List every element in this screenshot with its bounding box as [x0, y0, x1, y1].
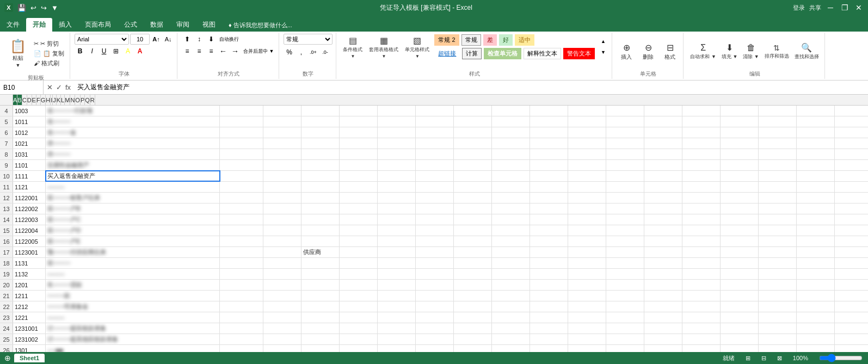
cell-f19[interactable] [340, 269, 378, 279]
cell-m13[interactable] [606, 203, 644, 214]
cell-k13[interactable] [530, 203, 568, 214]
cell-i8[interactable] [454, 149, 492, 159]
col-header-r[interactable]: R [90, 95, 95, 105]
cell-h11[interactable] [416, 182, 454, 192]
cell-f13[interactable] [340, 203, 378, 214]
cell-o14[interactable] [682, 214, 721, 225]
cell-m19[interactable] [606, 269, 644, 279]
cell-e18[interactable] [301, 258, 340, 268]
cell-b13[interactable]: 应────户B [46, 203, 220, 214]
cell-j11[interactable] [492, 182, 530, 192]
cell-c19[interactable] [220, 269, 263, 279]
redo-qat-btn[interactable]: ↪ [40, 3, 48, 13]
cell-j6[interactable] [492, 127, 530, 138]
cell-p6[interactable] [721, 127, 759, 138]
cell-j16[interactable] [492, 236, 530, 246]
cell-c8[interactable] [220, 149, 263, 159]
cell-n26[interactable] [644, 345, 682, 352]
cell-r22[interactable] [797, 301, 835, 312]
cell-b21[interactable]: ────款 [46, 291, 220, 301]
bold-btn[interactable]: B [75, 46, 85, 57]
cell-i26[interactable] [454, 345, 492, 352]
cell-b10[interactable]: 买入返售金融资产 [46, 171, 220, 181]
cell-l6[interactable] [568, 127, 606, 138]
cell-j13[interactable] [492, 203, 530, 214]
cell-r21[interactable] [797, 291, 835, 301]
cell-h12[interactable] [416, 193, 454, 203]
cell-e26[interactable] [301, 345, 340, 352]
cell-p22[interactable] [721, 301, 759, 312]
cell-l13[interactable] [568, 203, 606, 214]
cell-g20[interactable] [378, 280, 416, 290]
increase-indent-btn[interactable]: → [230, 46, 241, 57]
cell-j9[interactable] [492, 160, 530, 170]
cell-a9[interactable]: 1101 [13, 160, 46, 170]
cell-m8[interactable] [606, 149, 644, 159]
cell-b8[interactable]: 存──── [46, 149, 220, 159]
cell-g16[interactable] [378, 236, 416, 246]
cell-e7[interactable] [301, 138, 340, 149]
cell-k8[interactable] [530, 149, 568, 159]
col-header-b[interactable]: B [17, 95, 22, 105]
cell-l5[interactable] [568, 116, 606, 127]
cell-n12[interactable] [644, 193, 682, 203]
cell-e9[interactable] [301, 160, 340, 170]
cell-n25[interactable] [644, 334, 682, 344]
cell-e23[interactable] [301, 312, 340, 323]
cell-h10[interactable] [416, 171, 454, 181]
cell-m14[interactable] [606, 214, 644, 225]
cell-f20[interactable] [340, 280, 378, 290]
tab-view[interactable]: 视图 [196, 18, 222, 32]
col-header-l[interactable]: L [61, 95, 65, 105]
increase-decimal-btn[interactable]: .0+ [307, 47, 318, 58]
cell-g8[interactable] [378, 149, 416, 159]
cell-q12[interactable] [759, 193, 797, 203]
tab-home[interactable]: 开始 [26, 18, 52, 32]
cell-p11[interactable] [721, 182, 759, 192]
format-btn[interactable]: ⊟ 格式 [660, 41, 680, 62]
cell-q17[interactable] [759, 247, 797, 257]
cell-n24[interactable] [644, 323, 682, 334]
cell-o16[interactable] [682, 236, 721, 246]
cell-a16[interactable]: 1122005 [13, 236, 46, 246]
cell-a23[interactable]: 1221 [13, 312, 46, 323]
cell-n4[interactable] [644, 106, 682, 116]
cell-l8[interactable] [568, 149, 606, 159]
cell-m15[interactable] [606, 225, 644, 236]
cell-f7[interactable] [340, 138, 378, 149]
cell-j22[interactable] [492, 301, 530, 312]
cell-e16[interactable] [301, 236, 340, 246]
cell-l25[interactable] [568, 334, 606, 344]
cell-i12[interactable] [454, 193, 492, 203]
style-good[interactable]: 好 [499, 34, 513, 46]
cell-a12[interactable]: 1122001 [13, 193, 46, 203]
cell-d14[interactable] [263, 214, 301, 225]
cell-a15[interactable]: 1122004 [13, 225, 46, 236]
font-size-input[interactable] [130, 34, 150, 45]
cell-e5[interactable] [301, 116, 340, 127]
cell-k22[interactable] [530, 301, 568, 312]
cell-k10[interactable] [530, 171, 568, 181]
align-top-btn[interactable]: ⬆ [182, 34, 193, 45]
tab-data[interactable]: 数据 [144, 18, 170, 32]
cell-m11[interactable] [606, 182, 644, 192]
cell-r6[interactable] [797, 127, 835, 138]
cell-o9[interactable] [682, 160, 721, 170]
tab-file[interactable]: 文件 [0, 18, 26, 32]
cell-n11[interactable] [644, 182, 682, 192]
cell-d15[interactable] [263, 225, 301, 236]
cell-n7[interactable] [644, 138, 682, 149]
cell-p16[interactable] [721, 236, 759, 246]
cell-d10[interactable] [263, 171, 301, 181]
autosum-btn[interactable]: Σ 自动求和 ▼ [688, 42, 718, 61]
cell-i22[interactable] [454, 301, 492, 312]
cell-j15[interactable] [492, 225, 530, 236]
wrap-text-btn[interactable]: 自动换行 [218, 34, 241, 45]
cell-c16[interactable] [220, 236, 263, 246]
cell-a22[interactable]: 1212 [13, 301, 46, 312]
cell-f25[interactable] [340, 334, 378, 344]
cell-p7[interactable] [721, 138, 759, 149]
cell-d19[interactable] [263, 269, 301, 279]
cell-b11[interactable]: ──── [46, 182, 220, 192]
style-hyperlink[interactable]: 超链接 [434, 48, 460, 59]
